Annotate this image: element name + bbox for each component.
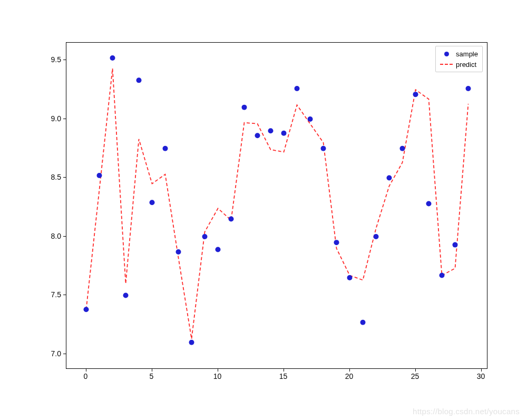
y-tick-label: 7.5 <box>35 290 61 299</box>
legend-item-predict: predict <box>440 59 478 70</box>
sample-dot <box>136 77 142 83</box>
sample-dot <box>189 340 194 345</box>
sample-dot <box>123 293 129 298</box>
x-tick-label: 0 <box>84 372 88 380</box>
sample-dot <box>176 249 181 255</box>
x-tick-label: 5 <box>150 372 154 380</box>
sample-dot <box>150 200 155 205</box>
sample-dot <box>84 307 89 312</box>
legend-label-sample: sample <box>453 50 478 58</box>
sample-dot <box>360 320 366 325</box>
y-tick-label: 8.5 <box>35 173 61 181</box>
x-tick-mark <box>415 369 416 372</box>
y-tick-mark <box>63 177 66 178</box>
legend-marker-sample <box>440 52 453 56</box>
sample-dot <box>163 146 168 151</box>
sample-dot <box>347 275 353 280</box>
sample-dot <box>466 86 471 91</box>
sample-dot <box>374 234 379 239</box>
x-tick-mark <box>218 369 218 372</box>
predict-line <box>86 69 469 339</box>
x-tick-label: 15 <box>279 372 288 380</box>
legend-label-predict: predict <box>453 61 476 69</box>
sample-dot <box>440 273 445 278</box>
watermark-text: https://blog.csdn.net/youcans <box>413 407 520 416</box>
sample-dot <box>387 175 392 180</box>
sample-dot <box>281 131 287 136</box>
sample-dot <box>308 116 313 122</box>
plot-svg <box>66 43 488 369</box>
x-tick-mark <box>481 369 482 372</box>
x-tick-label: 20 <box>345 372 354 380</box>
y-tick-mark <box>63 236 66 237</box>
x-tick-mark <box>86 369 86 372</box>
sample-dot <box>242 105 247 110</box>
y-tick-label: 8.0 <box>35 232 61 240</box>
x-tick-mark <box>152 369 152 372</box>
y-tick-label: 9.0 <box>35 114 61 123</box>
legend-marker-predict <box>440 64 453 65</box>
sample-dot <box>321 146 326 151</box>
legend-item-sample: sample <box>440 48 478 59</box>
sample-dot <box>229 217 234 222</box>
sample-dot <box>295 86 300 91</box>
chart-container: sample predict 7.07.58.08.59.09.50510152… <box>0 0 527 420</box>
y-tick-label: 9.5 <box>35 55 61 64</box>
sample-dot <box>453 242 458 248</box>
sample-dot <box>413 92 418 97</box>
legend-box: sample predict <box>435 46 483 72</box>
y-tick-mark <box>63 60 66 60</box>
sample-dot <box>110 55 115 61</box>
sample-dot <box>202 234 208 239</box>
sample-dot <box>334 240 339 245</box>
sample-dot <box>268 128 274 133</box>
sample-dot <box>97 173 102 178</box>
y-tick-label: 7.0 <box>35 349 61 358</box>
x-tick-label: 10 <box>213 372 222 380</box>
x-tick-mark <box>349 369 350 372</box>
sample-dot <box>426 201 432 207</box>
sample-dot <box>216 247 221 252</box>
plot-area: sample predict <box>66 42 487 369</box>
y-tick-mark <box>63 119 66 119</box>
y-tick-mark <box>63 295 66 295</box>
y-tick-mark <box>63 354 66 354</box>
x-tick-label: 25 <box>411 372 419 380</box>
x-tick-mark <box>284 369 284 372</box>
sample-dot <box>400 146 405 151</box>
x-tick-label: 30 <box>477 372 485 380</box>
sample-dot <box>255 133 260 138</box>
